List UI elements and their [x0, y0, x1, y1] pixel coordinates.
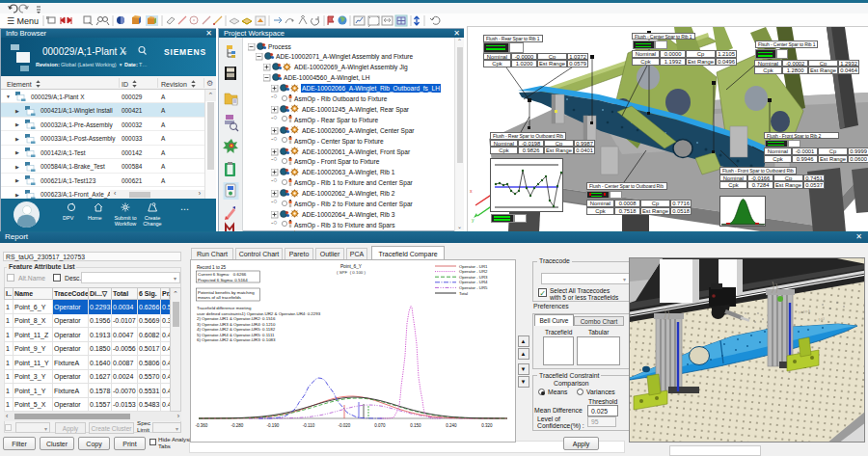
- svg-text:x: x: [470, 188, 473, 194]
- svg-text:y: y: [472, 217, 475, 223]
